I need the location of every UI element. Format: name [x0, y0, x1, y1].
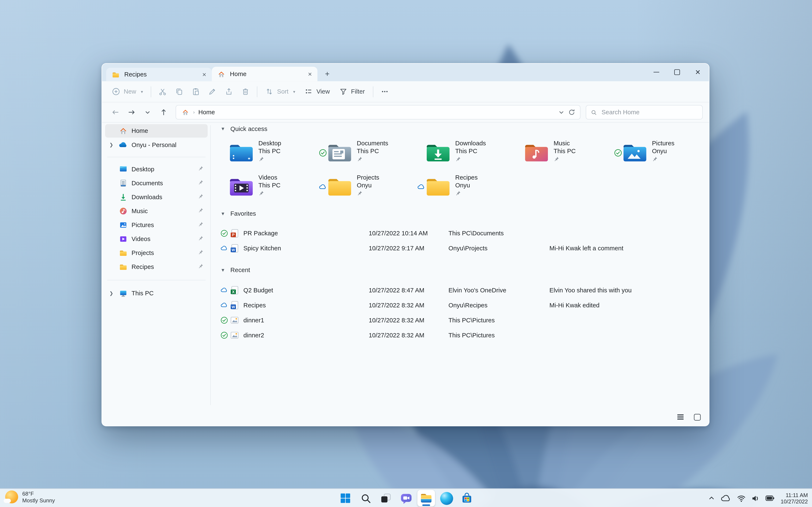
tile-location: This PC: [455, 148, 486, 155]
quick-access-tile-desktop[interactable]: Desktop This PC: [220, 137, 319, 168]
sidebar-item-videos[interactable]: Videos: [105, 232, 208, 246]
file-row-dinner2[interactable]: dinner2 10/27/2022 8:32 AM This PC\Pictu…: [220, 327, 702, 342]
breadcrumb[interactable]: Home: [198, 109, 215, 116]
volume-icon[interactable]: [752, 494, 760, 502]
quick-access-tile-recipes[interactable]: Recipes Onyu: [417, 172, 516, 202]
tab-close-icon[interactable]: ✕: [306, 69, 314, 78]
back-button[interactable]: [108, 105, 122, 119]
hidden-icons-chevron[interactable]: [708, 495, 715, 502]
sidebar-item-music[interactable]: Music: [105, 204, 208, 218]
chevron-right-icon[interactable]: ❯: [108, 142, 114, 147]
view-button[interactable]: View: [300, 84, 335, 99]
see-more-button[interactable]: [376, 84, 393, 99]
clock-widget[interactable]: 11:11 AM 10/27/2022: [781, 492, 808, 505]
close-button[interactable]: ✕: [691, 66, 705, 78]
cut-icon: [158, 88, 167, 96]
battery-icon[interactable]: [766, 495, 775, 502]
tab-home[interactable]: Home ✕: [212, 67, 318, 81]
section-header-recent[interactable]: ▼ Recent: [220, 266, 250, 274]
plus-circle-icon: [112, 88, 120, 96]
folder-desktop-icon: [230, 137, 255, 168]
large-thumbnails-view-toggle[interactable]: [694, 414, 701, 420]
folder-pictures-icon: [623, 137, 649, 168]
sidebar-item-downloads[interactable]: Downloads: [105, 190, 208, 204]
recent-locations-button[interactable]: [140, 105, 154, 119]
edge-button[interactable]: [438, 490, 455, 506]
svg-text:X: X: [232, 289, 235, 294]
pin-icon: [258, 156, 281, 164]
file-row-spicy-kitchen[interactable]: W Spicy Kitchen 10/27/2022 9:17 AM Onyu\…: [220, 241, 702, 256]
wifi-icon[interactable]: [737, 494, 746, 502]
share-button[interactable]: [220, 84, 237, 99]
window-controls: ✕: [649, 66, 705, 78]
forward-button[interactable]: [124, 105, 138, 119]
sidebar-item-label: Documents: [132, 180, 194, 187]
sidebar-item-recipes[interactable]: Recipes: [105, 260, 208, 274]
file-explorer-button[interactable]: [417, 490, 435, 506]
file-location: Onyu\Recipes: [449, 301, 488, 308]
new-button[interactable]: New ▾: [107, 84, 148, 99]
file-row-pr-package[interactable]: P PR Package 10/27/2022 10:14 AM This PC…: [220, 226, 702, 241]
file-row-q2-budget[interactable]: X Q2 Budget 10/27/2022 8:47 AM Elvin Yoo…: [220, 282, 702, 297]
pin-icon: [554, 156, 576, 164]
cut-button[interactable]: [154, 84, 171, 99]
details-view-toggle[interactable]: [677, 414, 683, 419]
new-tab-button[interactable]: +: [320, 67, 334, 80]
minimize-button[interactable]: [649, 66, 663, 78]
quick-access-tile-downloads[interactable]: Downloads This PC: [417, 137, 516, 168]
onedrive-tray-icon[interactable]: [721, 494, 731, 502]
task-view-button[interactable]: [377, 490, 395, 506]
quick-access-tile-videos[interactable]: Videos This PC: [220, 172, 319, 202]
sort-arrows-icon: [265, 88, 273, 96]
search-input[interactable]: [601, 108, 698, 116]
filter-button[interactable]: Filter: [335, 84, 370, 99]
microsoft-store-button[interactable]: [458, 490, 475, 506]
sidebar-item-desktop[interactable]: Desktop: [105, 162, 208, 176]
refresh-icon[interactable]: [568, 109, 575, 116]
chevron-right-icon[interactable]: ❯: [108, 291, 114, 296]
section-header-quick-access[interactable]: ▼ Quick access: [220, 125, 267, 132]
up-button[interactable]: [156, 105, 170, 119]
sort-button[interactable]: Sort ▾: [260, 84, 300, 99]
badge-spacer: [220, 172, 230, 202]
copy-button[interactable]: [171, 84, 187, 99]
weather-widget[interactable]: 68°F Mostly Sunny: [5, 491, 55, 503]
sidebar-item-documents[interactable]: Documents: [105, 176, 208, 190]
sidebar-item-this-pc[interactable]: ❯ This PC: [105, 287, 208, 300]
section-header-favorites[interactable]: ▼ Favorites: [220, 210, 256, 217]
paste-button[interactable]: [188, 84, 204, 99]
folder-music-icon: [525, 137, 550, 168]
chevron-down-icon: ▼: [220, 268, 225, 273]
sidebar-item-home[interactable]: Home: [105, 124, 208, 138]
pin-icon: [198, 221, 204, 229]
sidebar-item-projects[interactable]: Projects: [105, 246, 208, 260]
tab-recipes[interactable]: Recipes ✕: [106, 68, 212, 81]
chat-button[interactable]: [397, 490, 415, 506]
pin-icon: [357, 156, 388, 164]
start-button[interactable]: [337, 490, 354, 506]
sidebar-item-onedrive[interactable]: ❯ Onyu - Personal: [105, 138, 208, 152]
search-box[interactable]: [586, 105, 703, 120]
file-row-dinner1[interactable]: dinner1 10/27/2022 8:32 AM This PC\Pictu…: [220, 313, 702, 327]
rename-button[interactable]: [204, 84, 220, 99]
sidebar-item-label: This PC: [132, 290, 203, 297]
maximize-button[interactable]: [670, 66, 684, 78]
tile-name: Recipes: [455, 174, 478, 182]
quick-access-tile-music[interactable]: Music This PC: [516, 137, 614, 168]
task-view-icon: [380, 493, 392, 504]
sidebar-item-pictures[interactable]: Pictures: [105, 218, 208, 232]
file-name: PR Package: [243, 229, 278, 237]
delete-button[interactable]: [237, 84, 254, 99]
quick-access-tile-pictures[interactable]: Pictures Onyu: [614, 137, 709, 168]
search-button[interactable]: [357, 490, 374, 506]
store-icon: [461, 492, 472, 504]
quick-access-tile-documents[interactable]: Documents This PC: [319, 137, 417, 168]
file-row-recipes[interactable]: W Recipes 10/27/2022 8:32 AM Onyu\Recipe…: [220, 297, 702, 313]
tab-close-icon[interactable]: ✕: [200, 70, 209, 79]
sync-ok-badge-icon: [220, 229, 230, 237]
quick-access-tile-projects[interactable]: Projects Onyu: [319, 172, 417, 202]
arrow-up-icon: [159, 108, 167, 116]
status-bar: [102, 408, 709, 426]
address-dropdown-chevron-icon[interactable]: [558, 109, 564, 115]
address-bar[interactable]: › Home: [175, 105, 580, 120]
